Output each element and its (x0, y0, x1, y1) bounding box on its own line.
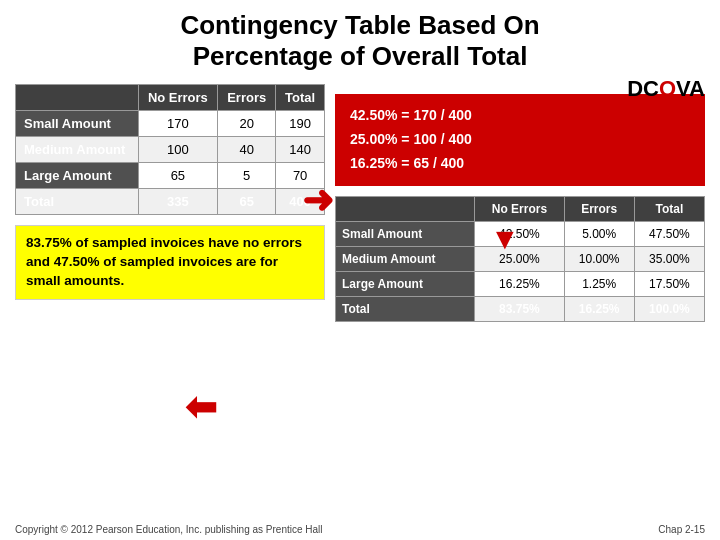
table-row: Large Amount 16.25% 1.25% 17.50% (336, 271, 705, 296)
right-row-label-small: Small Amount (336, 221, 475, 246)
left-table: No Errors Errors Total Small Amount 170 … (15, 84, 325, 215)
title-line1: Contingency Table Based On (180, 10, 539, 40)
row-label-medium: Medium Amount (16, 137, 139, 163)
table-row: Medium Amount 25.00% 10.00% 35.00% (336, 246, 705, 271)
dcova-highlight: O (659, 76, 676, 101)
row-label-total: Total (16, 189, 139, 215)
small-total: 190 (276, 111, 325, 137)
left-col-total: Total (276, 85, 325, 111)
title-line2: Percentage of Overall Total (193, 41, 528, 71)
medium-no-errors: 100 (138, 137, 218, 163)
small-errors: 20 (218, 111, 276, 137)
small-no-errors: 170 (138, 111, 218, 137)
dcova-label: DCOVA (627, 76, 705, 102)
page-title: Contingency Table Based On Percentage of… (15, 10, 705, 72)
dcova-suffix: VA (676, 76, 705, 101)
callout-text: 83.75% of sampled invoices have no error… (26, 235, 302, 288)
right-medium-errors: 10.00% (564, 246, 634, 271)
large-errors: 5 (218, 163, 276, 189)
dcova-prefix: DC (627, 76, 659, 101)
large-no-errors: 65 (138, 163, 218, 189)
formula-line3: 16.25% = 65 / 400 (350, 152, 690, 176)
right-row-label-large: Large Amount (336, 271, 475, 296)
arrow-left-icon: ⬅ (185, 385, 217, 429)
right-small-total: 47.50% (634, 221, 704, 246)
right-large-errors: 1.25% (564, 271, 634, 296)
table-row: Large Amount 65 5 70 (16, 163, 325, 189)
right-col-errors: Errors (564, 196, 634, 221)
row-label-small: Small Amount (16, 111, 139, 137)
left-col-label (16, 85, 139, 111)
table-row-total: Total 83.75% 16.25% 100.0% (336, 296, 705, 321)
right-total-errors: 16.25% (564, 296, 634, 321)
right-large-no-errors: 16.25% (475, 271, 564, 296)
page: Contingency Table Based On Percentage of… (0, 0, 720, 540)
left-side: No Errors Errors Total Small Amount 170 … (15, 84, 325, 321)
callout-box: 83.75% of sampled invoices have no error… (15, 225, 325, 300)
arrow-right-icon: ➜ (302, 178, 334, 222)
right-col-total: Total (634, 196, 704, 221)
arrow-down-icon: ▼ (490, 222, 520, 256)
footer-copyright: Copyright © 2012 Pearson Education, Inc.… (15, 524, 323, 535)
table-row-total: Total 335 65 400 (16, 189, 325, 215)
right-row-label-total: Total (336, 296, 475, 321)
formulas-box: 42.50% = 170 / 400 25.00% = 100 / 400 16… (335, 94, 705, 185)
formula-line2: 25.00% = 100 / 400 (350, 128, 690, 152)
total-no-errors: 335 (138, 189, 218, 215)
right-large-total: 17.50% (634, 271, 704, 296)
right-side: DCOVA 42.50% = 170 / 400 25.00% = 100 / … (335, 84, 705, 321)
medium-errors: 40 (218, 137, 276, 163)
total-errors: 65 (218, 189, 276, 215)
right-row-label-medium: Medium Amount (336, 246, 475, 271)
table-row: Small Amount 170 20 190 (16, 111, 325, 137)
table-row: Small Amount 42.50% 5.00% 47.50% (336, 221, 705, 246)
right-small-errors: 5.00% (564, 221, 634, 246)
right-col-label (336, 196, 475, 221)
row-label-large: Large Amount (16, 163, 139, 189)
formula-line1: 42.50% = 170 / 400 (350, 104, 690, 128)
main-content: No Errors Errors Total Small Amount 170 … (15, 84, 705, 321)
left-col-no-errors: No Errors (138, 85, 218, 111)
left-col-errors: Errors (218, 85, 276, 111)
right-medium-total: 35.00% (634, 246, 704, 271)
right-col-no-errors: No Errors (475, 196, 564, 221)
right-table: No Errors Errors Total Small Amount 42.5… (335, 196, 705, 322)
medium-total: 140 (276, 137, 325, 163)
footer-chapter: Chap 2-15 (658, 524, 705, 535)
right-total-no-errors: 83.75% (475, 296, 564, 321)
right-total-total: 100.0% (634, 296, 704, 321)
table-row: Medium Amount 100 40 140 (16, 137, 325, 163)
